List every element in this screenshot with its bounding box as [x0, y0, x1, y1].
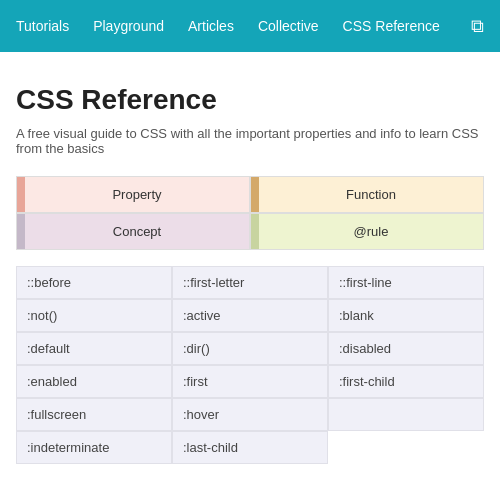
legend-item-function[interactable]: Function	[250, 176, 484, 213]
main-content: CSS Reference A free visual guide to CSS…	[0, 52, 500, 480]
nav-item-playground[interactable]: Playground	[93, 18, 164, 34]
grid-item[interactable]: :disabled	[328, 332, 484, 365]
grid-item[interactable]: :indeterminate	[16, 431, 172, 464]
nav-item-articles[interactable]: Articles	[188, 18, 234, 34]
grid-item[interactable]	[328, 398, 484, 431]
grid-item[interactable]: :last-child	[172, 431, 328, 464]
legend-label-property: Property	[25, 177, 249, 212]
concept-color-bar	[17, 214, 25, 249]
grid-item[interactable]: ::before	[16, 266, 172, 299]
legend-item-property[interactable]: Property	[16, 176, 250, 213]
grid-item[interactable]: :default	[16, 332, 172, 365]
grid-item[interactable]: :active	[172, 299, 328, 332]
grid-item[interactable]: ::first-letter	[172, 266, 328, 299]
nav-item-tutorials[interactable]: Tutorials	[16, 18, 69, 34]
rss-icon[interactable]: ⧉	[471, 16, 484, 37]
grid-item[interactable]: :fullscreen	[16, 398, 172, 431]
legend-grid: Property Function Concept @rule	[16, 176, 484, 250]
nav-item-collective[interactable]: Collective	[258, 18, 319, 34]
grid-item[interactable]: :enabled	[16, 365, 172, 398]
function-color-bar	[251, 177, 259, 212]
page-subtitle: A free visual guide to CSS with all the …	[16, 126, 484, 156]
grid-item[interactable]: ::first-line	[328, 266, 484, 299]
legend-label-concept: Concept	[25, 214, 249, 249]
legend-label-atrule: @rule	[259, 214, 483, 249]
grid-item[interactable]: :first-child	[328, 365, 484, 398]
legend-item-atrule[interactable]: @rule	[250, 213, 484, 250]
grid-item[interactable]: :first	[172, 365, 328, 398]
items-grid: ::before::first-letter::first-line:not()…	[16, 266, 484, 464]
nav-item-css-reference[interactable]: CSS Reference	[343, 18, 440, 34]
main-nav: Tutorials Playground Articles Collective…	[0, 0, 500, 52]
grid-item[interactable]: :blank	[328, 299, 484, 332]
grid-item[interactable]: :hover	[172, 398, 328, 431]
legend-label-function: Function	[259, 177, 483, 212]
legend-item-concept[interactable]: Concept	[16, 213, 250, 250]
page-title: CSS Reference	[16, 84, 484, 116]
atrule-color-bar	[251, 214, 259, 249]
property-color-bar	[17, 177, 25, 212]
grid-item[interactable]: :dir()	[172, 332, 328, 365]
grid-item[interactable]: :not()	[16, 299, 172, 332]
